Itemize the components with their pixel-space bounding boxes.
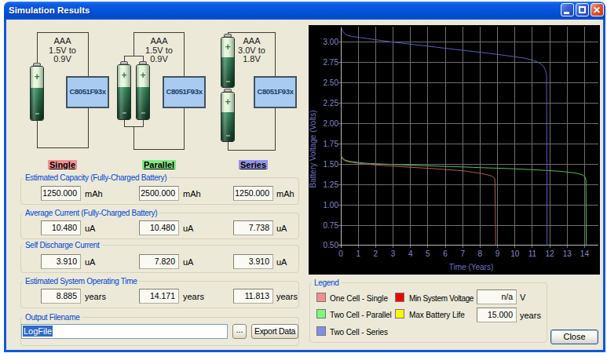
svg-text:1.25: 1.25 [324, 180, 339, 189]
svg-text:7: 7 [460, 249, 465, 258]
svg-text:1.00: 1.00 [324, 201, 339, 209]
svg-text:14: 14 [580, 249, 590, 258]
svg-text:0.50: 0.50 [324, 241, 339, 249]
svg-text:Time (Years): Time (Years) [449, 263, 494, 271]
svg-text:4: 4 [408, 249, 413, 258]
svg-text:1.50: 1.50 [324, 160, 339, 169]
svg-text:5: 5 [426, 249, 430, 258]
svg-text:2.50: 2.50 [324, 78, 339, 87]
svg-text:2: 2 [374, 249, 378, 258]
svg-text:1.75: 1.75 [324, 140, 339, 148]
svg-text:0: 0 [338, 249, 343, 258]
svg-text:2.00: 2.00 [324, 119, 339, 128]
svg-text:6: 6 [443, 249, 448, 258]
svg-text:Battery Voltage (Volts): Battery Voltage (Volts) [309, 111, 317, 188]
svg-text:12: 12 [545, 249, 554, 258]
svg-text:1: 1 [356, 249, 360, 258]
svg-text:2.75: 2.75 [324, 58, 339, 67]
svg-text:0.75: 0.75 [324, 221, 339, 230]
svg-text:10: 10 [510, 249, 520, 258]
svg-text:3: 3 [391, 249, 396, 258]
svg-text:2.25: 2.25 [324, 99, 339, 107]
svg-text:11: 11 [528, 249, 537, 258]
svg-text:9: 9 [495, 249, 500, 258]
svg-text:13: 13 [563, 249, 572, 258]
svg-text:3.00: 3.00 [324, 38, 339, 46]
svg-text:8: 8 [478, 249, 483, 258]
